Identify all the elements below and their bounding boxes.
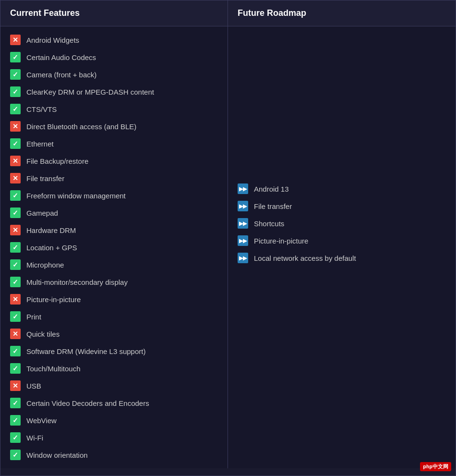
current-feature-item: ✕File transfer: [0, 170, 228, 187]
roadmap-label: Local network access by default: [254, 254, 356, 262]
feature-label: CTS/VTS: [26, 105, 57, 113]
current-feature-item: ✓Window orientation: [0, 446, 228, 464]
current-feature-item: ✓Ethernet: [0, 135, 228, 152]
roadmap-item: ▶▶Picture-in-picture: [228, 232, 456, 249]
feature-label: Multi-monitor/secondary display: [26, 278, 128, 286]
current-feature-item: ✓Camera (front + back): [0, 66, 228, 83]
table-header: Current Features Future Roadmap: [0, 0, 456, 26]
cross-icon: ✕: [10, 173, 21, 183]
arrow-icon: ▶▶: [238, 183, 248, 194]
feature-label: Camera (front + back): [26, 71, 96, 79]
check-icon: ✓: [10, 190, 21, 201]
check-icon: ✓: [10, 242, 21, 253]
check-icon: ✓: [10, 52, 21, 62]
roadmap-label: File transfer: [254, 202, 292, 210]
arrow-icon: ▶▶: [238, 218, 248, 229]
check-icon: ✓: [10, 363, 21, 374]
current-feature-item: ✕Hardware DRM: [0, 221, 228, 239]
watermark: php中文网: [420, 462, 451, 471]
current-features-column: ✕Android Widgets✓Certain Audio Codecs✓Ca…: [0, 26, 228, 468]
current-feature-item: ✓Software DRM (Widevine L3 support): [0, 342, 228, 360]
feature-label: Wi-Fi: [26, 434, 43, 442]
feature-label: Location + GPS: [26, 244, 77, 252]
cross-icon: ✕: [10, 35, 21, 45]
arrow-icon: ▶▶: [238, 201, 248, 211]
roadmap-item: ▶▶Android 13: [228, 180, 456, 197]
current-feature-item: ✕Quick tiles: [0, 325, 228, 342]
current-feature-item: ✓Print: [0, 308, 228, 325]
future-roadmap-column: ▶▶Android 13▶▶File transfer▶▶Shortcuts▶▶…: [228, 26, 456, 468]
cross-icon: ✕: [10, 121, 21, 132]
check-icon: ✓: [10, 104, 21, 114]
current-features-header: Current Features: [0, 0, 228, 26]
current-feature-item: ✓ClearKey DRM or MPEG-DASH content: [0, 83, 228, 100]
check-icon: ✓: [10, 277, 21, 287]
future-roadmap-header: Future Roadmap: [228, 0, 456, 26]
current-feature-item: ✓Touch/Multitouch: [0, 360, 228, 377]
feature-label: File transfer: [26, 174, 64, 183]
current-feature-item: ✕Android Widgets: [0, 31, 228, 49]
feature-label: Touch/Multitouch: [26, 365, 81, 373]
cross-icon: ✕: [10, 380, 21, 391]
check-icon: ✓: [10, 86, 21, 97]
cross-icon: ✕: [10, 225, 21, 235]
current-feature-item: ✓Certain Audio Codecs: [0, 49, 228, 66]
feature-label: Certain Video Decoders and Encoders: [26, 399, 149, 407]
current-feature-item: ✓Freeform window management: [0, 187, 228, 204]
current-feature-item: ✓CTS/VTS: [0, 100, 228, 118]
current-feature-item: ✕Picture-in-picture: [0, 291, 228, 308]
check-icon: ✓: [10, 259, 21, 270]
arrow-icon: ▶▶: [238, 253, 248, 263]
table-body: ✕Android Widgets✓Certain Audio Codecs✓Ca…: [0, 26, 456, 468]
main-table: Current Features Future Roadmap ✕Android…: [0, 0, 456, 476]
roadmap-label: Android 13: [254, 185, 289, 193]
check-icon: ✓: [10, 450, 21, 460]
cross-icon: ✕: [10, 156, 21, 166]
feature-label: WebView: [26, 416, 57, 425]
feature-label: Hardware DRM: [26, 226, 76, 234]
current-feature-item: ✓Gamepad: [0, 204, 228, 221]
roadmap-item: ▶▶Local network access by default: [228, 249, 456, 267]
current-feature-item: ✓Multi-monitor/secondary display: [0, 273, 228, 291]
check-icon: ✓: [10, 398, 21, 408]
feature-label: Certain Audio Codecs: [26, 53, 96, 61]
feature-label: Freeform window management: [26, 192, 126, 200]
feature-label: Picture-in-picture: [26, 295, 81, 304]
check-icon: ✓: [10, 138, 21, 149]
feature-label: Quick tiles: [26, 330, 60, 338]
check-icon: ✓: [10, 311, 21, 322]
feature-label: USB: [26, 382, 41, 390]
cross-icon: ✕: [10, 329, 21, 339]
feature-label: ClearKey DRM or MPEG-DASH content: [26, 88, 154, 96]
cross-icon: ✕: [10, 294, 21, 305]
feature-label: Android Widgets: [26, 36, 79, 44]
feature-label: Software DRM (Widevine L3 support): [26, 347, 145, 355]
feature-label: File Backup/restore: [26, 157, 88, 165]
current-feature-item: ✓Microphone: [0, 256, 228, 273]
feature-label: Ethernet: [26, 140, 54, 148]
roadmap-item: ▶▶File transfer: [228, 197, 456, 215]
roadmap-label: Picture-in-picture: [254, 237, 308, 245]
check-icon: ✓: [10, 207, 21, 218]
current-feature-item: ✓Certain Video Decoders and Encoders: [0, 394, 228, 412]
arrow-icon: ▶▶: [238, 235, 248, 246]
current-feature-item: ✓Wi-Fi: [0, 429, 228, 446]
check-icon: ✓: [10, 432, 21, 443]
current-feature-item: ✕Direct Bluetooth access (and BLE): [0, 118, 228, 135]
feature-label: Window orientation: [26, 451, 88, 459]
feature-label: Microphone: [26, 261, 64, 269]
roadmap-item: ▶▶Shortcuts: [228, 215, 456, 232]
check-icon: ✓: [10, 69, 21, 80]
current-feature-item: ✓Location + GPS: [0, 239, 228, 256]
current-feature-item: ✓WebView: [0, 412, 228, 429]
current-feature-item: ✕File Backup/restore: [0, 152, 228, 170]
feature-label: Direct Bluetooth access (and BLE): [26, 122, 136, 131]
roadmap-label: Shortcuts: [254, 220, 284, 228]
current-feature-item: ✕USB: [0, 377, 228, 394]
feature-label: Print: [26, 313, 41, 321]
check-icon: ✓: [10, 415, 21, 426]
feature-label: Gamepad: [26, 209, 58, 217]
features-table: Current Features Future Roadmap ✕Android…: [0, 0, 456, 476]
check-icon: ✓: [10, 346, 21, 356]
